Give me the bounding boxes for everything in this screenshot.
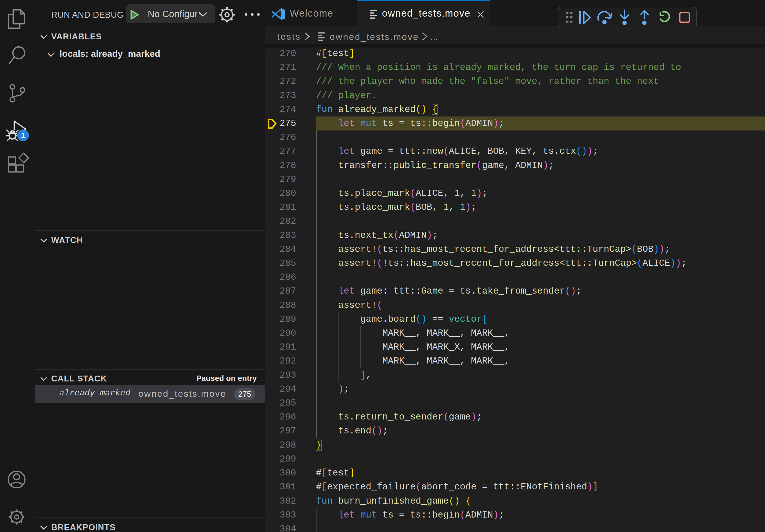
svg-text:1: 1 bbox=[21, 132, 25, 139]
